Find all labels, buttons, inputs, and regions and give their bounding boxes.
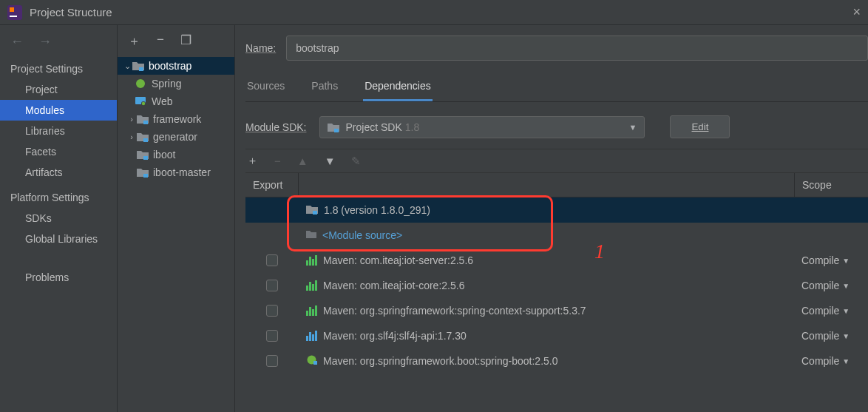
tab-sources[interactable]: Sources [245,75,286,101]
dep-remove-icon: − [274,155,281,167]
folder-icon [137,114,150,124]
table-row[interactable]: Maven: com.iteaj:iot-core:2.5.6 Compile▼ [245,273,868,298]
nav-modules[interactable]: Modules [0,100,117,121]
sdk-dropdown[interactable]: Project SDK 1.8 ▼ [319,116,645,138]
svg-rect-3 [139,67,143,71]
tree-node-iboot[interactable]: iboot [118,146,234,163]
tree-node-framework[interactable]: › framework [118,110,234,128]
table-row[interactable]: 1.8 (version 1.8.0_291) [245,197,868,223]
dep-label: Maven: com.iteaj:iot-server:2.5.6 [323,254,473,266]
dep-label: Maven: org.slf4j:slf4j-api:1.7.30 [323,330,467,342]
export-checkbox[interactable] [266,330,278,342]
export-checkbox[interactable] [266,280,278,291]
col-scope: Scope [794,173,868,197]
dep-label: Maven: org.springframework:spring-contex… [323,305,586,317]
folder-icon [137,149,150,160]
tree-remove-icon[interactable]: − [157,33,164,50]
edit-button[interactable]: Edit [670,115,730,138]
library-icon [306,255,317,266]
tree-node-spring[interactable]: Spring [118,75,234,92]
dep-edit-icon: ✎ [351,155,361,168]
scope-cell[interactable]: Compile▼ [794,355,868,367]
nav-facets[interactable]: Facets [0,141,117,162]
export-checkbox[interactable] [266,355,278,367]
scope-cell[interactable]: Compile▼ [794,254,868,266]
chevron-right-icon: › [126,115,137,124]
svg-rect-10 [143,156,148,160]
window-title: Project Structure [30,6,112,18]
name-label: Name: [245,42,276,54]
sdk-label: Module SDK: [245,121,306,133]
tab-paths[interactable]: Paths [310,75,339,101]
tree-node-iboot-master[interactable]: iboot-master [118,163,234,181]
module-icon [306,229,316,241]
chevron-down-icon: ⌄ [122,61,132,71]
folder-icon [306,204,318,217]
nav-artifacts[interactable]: Artifacts [0,162,117,183]
dependency-table: Export Scope 1.8 (version 1.8.0_291) <Mo… [245,173,868,374]
close-icon[interactable]: × [852,4,861,20]
nav-libraries[interactable]: Libraries [0,121,117,141]
tree-label: generator [153,131,197,143]
tree-node-bootstrap[interactable]: ⌄ bootstrap [118,57,234,75]
name-input[interactable] [286,36,868,61]
group-project-settings: Project Settings [0,58,117,79]
sdk-text: Project SDK [345,121,401,133]
table-row[interactable]: Maven: org.springframework.boot:spring-b… [245,348,868,374]
svg-point-4 [136,79,145,88]
folder-icon [132,61,146,71]
scope-cell[interactable]: Compile▼ [794,330,868,342]
tabs: Sources Paths Dependencies [245,75,868,102]
chevron-right-icon: › [126,132,137,141]
tree-copy-icon[interactable]: ❐ [180,33,191,50]
library-icon [306,331,317,341]
titlebar: Project Structure × [0,0,868,25]
folder-icon [328,122,339,132]
folder-icon [137,167,150,178]
nav-project[interactable]: Project [0,79,117,100]
scope-cell[interactable]: Compile▼ [794,280,868,291]
tree-node-generator[interactable]: › generator [118,128,234,146]
svg-rect-9 [143,138,148,142]
nav-forward-icon[interactable]: → [38,34,52,50]
library-icon [306,280,317,291]
tree-label: Web [152,95,173,107]
dep-down-icon[interactable]: ▼ [325,155,336,167]
scope-cell[interactable]: Compile▼ [794,305,868,317]
svg-rect-11 [143,174,148,178]
export-checkbox[interactable] [266,305,278,317]
svg-rect-2 [10,16,17,17]
dep-up-icon: ▲ [297,155,308,167]
nav-back-icon[interactable]: ← [10,34,24,50]
group-platform-settings: Platform Settings [0,187,117,208]
tree-add-icon[interactable]: ＋ [128,33,140,50]
svg-rect-8 [143,121,148,124]
tree-label: bootstrap [149,60,191,72]
nav-sdks[interactable]: SDKs [0,208,117,229]
dep-label: 1.8 (version 1.8.0_291) [324,204,430,216]
app-icon [7,5,22,20]
dep-add-icon[interactable]: ＋ [247,154,258,168]
tab-dependencies[interactable]: Dependencies [363,75,433,101]
table-row[interactable]: Maven: org.slf4j:slf4j-api:1.7.30 Compil… [245,323,868,348]
library-icon [306,354,317,368]
tree-node-web[interactable]: Web [118,92,234,110]
nav-problems[interactable]: Problems [0,267,117,288]
library-icon [306,305,317,316]
settings-sidebar: ← → Project Settings Project Modules Lib… [0,25,118,412]
svg-rect-1 [10,7,14,12]
svg-rect-12 [334,129,339,132]
tree-label: iboot [153,149,175,161]
chevron-down-icon: ▼ [629,123,637,132]
table-row[interactable]: Maven: org.springframework:spring-contex… [245,298,868,323]
svg-rect-15 [313,361,317,365]
table-row[interactable]: <Module source> [245,223,868,248]
svg-point-7 [142,102,145,105]
col-export: Export [245,173,299,197]
table-row[interactable]: Maven: com.iteaj:iot-server:2.5.6 Compil… [245,248,868,273]
module-tree: ＋ − ❐ ⌄ bootstrap Spring Web › frame [118,25,235,412]
nav-global-libraries[interactable]: Global Libraries [0,229,117,249]
dep-label: Maven: org.springframework.boot:spring-b… [323,355,558,367]
content-panel: Name: Sources Paths Dependencies Module … [235,25,868,412]
export-checkbox[interactable] [266,254,278,266]
